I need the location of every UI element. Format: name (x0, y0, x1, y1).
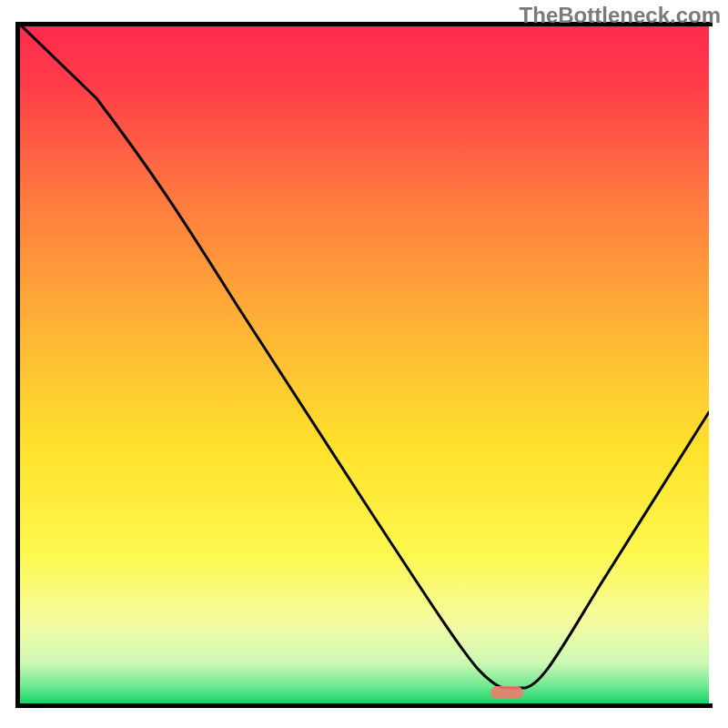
optimal-range-marker (490, 686, 523, 699)
bottleneck-chart (0, 0, 728, 728)
gradient-background (20, 26, 709, 703)
watermark-text: TheBottleneck.com (520, 3, 721, 28)
